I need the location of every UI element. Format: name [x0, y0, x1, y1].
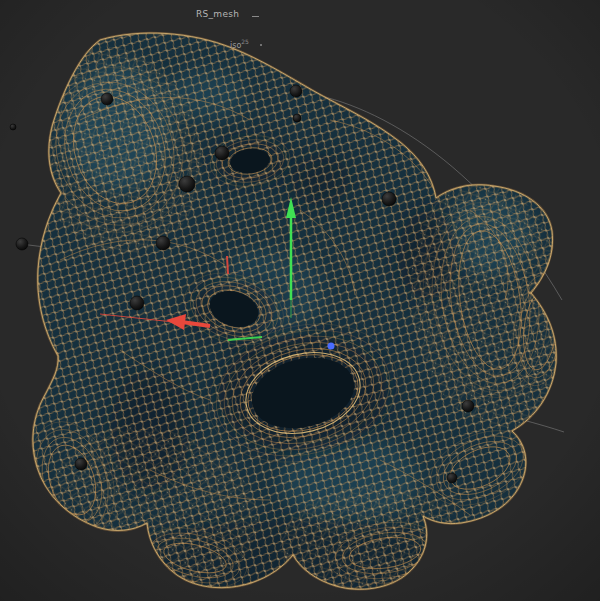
3d-viewport[interactable]: RS_mesh iso25 [0, 0, 600, 601]
iso-label-text: iso [230, 41, 241, 50]
null-object-sphere[interactable] [101, 93, 113, 105]
label-tick [252, 16, 259, 17]
null-object-sphere[interactable] [75, 458, 87, 470]
scene-canvas[interactable] [0, 0, 600, 601]
null-object-sphere[interactable] [130, 296, 144, 310]
null-object-sphere[interactable] [215, 146, 229, 160]
viewport-svg[interactable] [0, 0, 600, 601]
null-object-sphere[interactable] [16, 238, 28, 250]
iso-label: iso25 [230, 38, 249, 50]
null-object-sphere[interactable] [156, 236, 170, 250]
iso-label-dot [260, 44, 262, 46]
null-object-sphere[interactable] [290, 85, 302, 97]
x-axis-tick[interactable] [227, 256, 228, 274]
null-object-sphere[interactable] [462, 400, 474, 412]
null-object-sphere[interactable] [10, 124, 16, 130]
z-axis-handle[interactable] [328, 343, 335, 350]
null-object-sphere[interactable] [382, 192, 396, 206]
null-object-sphere[interactable] [293, 114, 301, 122]
null-object-sphere[interactable] [447, 473, 457, 483]
mesh-name-label: RS_mesh [196, 9, 239, 19]
null-object-sphere[interactable] [179, 176, 195, 192]
iso-label-sup: 25 [241, 38, 249, 45]
